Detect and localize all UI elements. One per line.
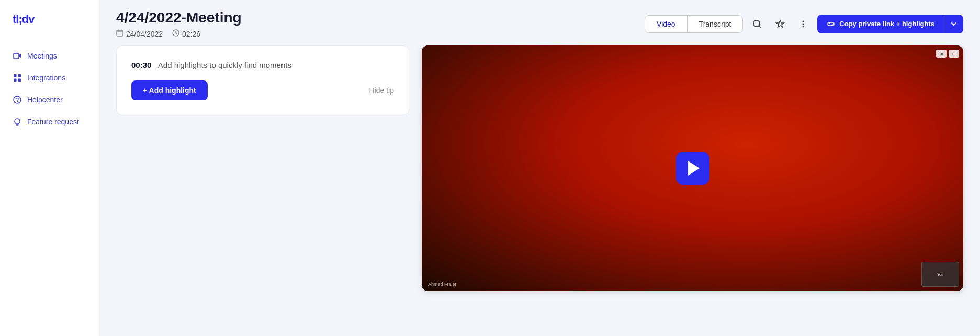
svg-point-11 [803,23,804,25]
tip-timestamp: 00:30 [131,61,151,69]
svg-rect-3 [14,79,17,82]
video-icon [13,51,22,61]
copy-dropdown-button[interactable] [944,15,963,33]
video-corner-icon-1: ⊞ [936,50,947,58]
sidebar-integrations-label: Integrations [27,74,65,82]
clock-icon [172,29,179,38]
video-pip-thumbnail: You [921,262,959,287]
sidebar-meetings-label: Meetings [27,52,57,60]
tip-message: 00:30 Add highlights to quickly find mom… [131,61,394,70]
star-button[interactable] [771,16,789,32]
play-button[interactable] [676,152,709,185]
video-top-right-overlay: ⊞ ⊡ [936,50,959,58]
sidebar-item-feature-request[interactable]: Feature request [0,111,99,133]
add-highlight-button[interactable]: + Add highlight [131,80,208,100]
highlight-tip-card: 00:30 Add highlights to quickly find mom… [116,45,409,115]
tab-transcript[interactable]: Transcript [688,16,743,32]
meeting-info: 4/24/2022-Meeting 24/04/2022 [116,9,636,38]
copy-link-button[interactable]: Copy private link + highlights [817,15,944,33]
svg-rect-1 [14,74,17,77]
sidebar-feature-request-label: Feature request [27,118,79,126]
svg-rect-2 [18,74,21,77]
sidebar-item-integrations[interactable]: Integrations [0,67,99,89]
svg-rect-4 [18,79,21,82]
view-tab-group: Video Transcript [645,15,743,33]
app-logo: tl;dv [0,13,99,45]
svg-point-9 [753,20,760,27]
meeting-duration-meta: 02:26 [172,29,200,38]
sidebar: tl;dv Meetings Integrations ? [0,0,99,336]
copy-button-label: Copy private link + highlights [839,20,934,28]
video-container[interactable]: ⊞ ⊡ Ahmed Fraier You [422,45,963,291]
sidebar-helpcenter-label: Helpcenter [27,96,63,104]
play-triangle-icon [688,161,700,176]
svg-point-12 [803,26,804,27]
video-corner-icon-2: ⊡ [949,50,959,58]
grid-icon [13,73,22,83]
search-button[interactable] [748,16,766,32]
calendar-icon [116,29,123,38]
left-panel: 00:30 Add highlights to quickly find mom… [116,45,409,323]
hide-tip-button[interactable]: Hide tip [369,86,394,95]
tip-actions: + Add highlight Hide tip [131,80,394,100]
video-bottom-overlay: Ahmed Fraier You [428,262,959,287]
lightbulb-icon [13,117,22,126]
sidebar-item-helpcenter[interactable]: ? Helpcenter [0,89,99,111]
svg-rect-0 [14,53,19,59]
sidebar-item-meetings[interactable]: Meetings [0,45,99,67]
meeting-meta: 24/04/2022 02:26 [116,29,636,38]
video-participant-label: Ahmed Fraier [428,282,457,287]
meeting-date: 24/04/2022 [126,30,163,38]
copy-button-group: Copy private link + highlights [817,15,963,33]
header-controls: Video Transcript [645,15,963,33]
more-options-button[interactable] [794,16,812,32]
circle-question-icon: ? [13,95,22,105]
video-background: ⊞ ⊡ Ahmed Fraier You [422,45,963,291]
page-content: 00:30 Add highlights to quickly find mom… [99,45,980,336]
meeting-title: 4/24/2022-Meeting [116,9,636,26]
tab-video[interactable]: Video [645,16,688,32]
page-header: 4/24/2022-Meeting 24/04/2022 [99,0,980,45]
meeting-duration: 02:26 [182,30,200,38]
main-content: 4/24/2022-Meeting 24/04/2022 [99,0,980,336]
svg-rect-7 [117,30,123,36]
tip-text: Add highlights to quickly find moments [158,61,291,69]
svg-point-10 [803,20,804,22]
meeting-date-meta: 24/04/2022 [116,29,163,38]
svg-text:?: ? [16,97,19,103]
video-panel: ⊞ ⊡ Ahmed Fraier You [422,45,963,323]
